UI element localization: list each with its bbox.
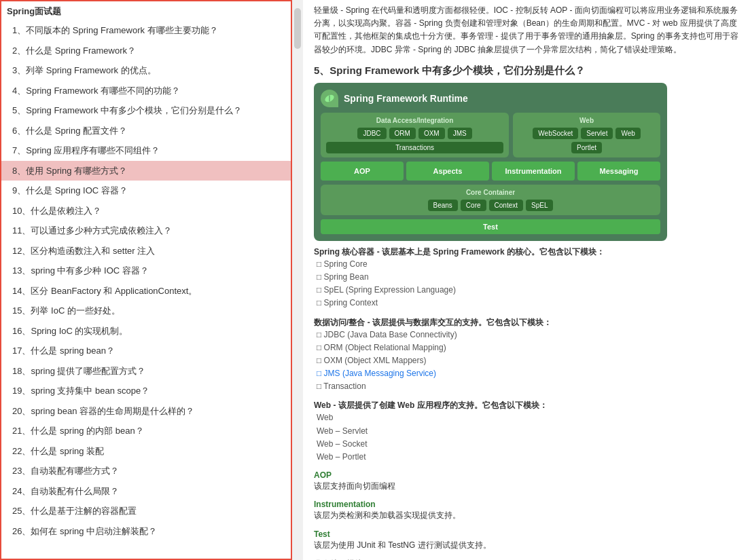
core-container-title: Core Container: [326, 189, 655, 196]
aop-cell: AOP: [321, 162, 404, 181]
sidebar-title: Spring面试题: [1, 1, 291, 20]
aop-text: 该层支持面向切面编程: [314, 480, 739, 493]
web-desc-section: Web - 该层提供了创建 Web 应用程序的支持。它包含以下模块： WebWe…: [314, 400, 739, 464]
data-access-desc-section: 数据访问/整合 - 该层提供与数据库交互的支持。它包含以下模块： □ JDBC …: [314, 317, 739, 394]
spring-core-item: □ Spring Context: [314, 297, 739, 310]
data-access-items: □ JDBC (Java Data Base Connectivity)□ OR…: [314, 329, 739, 394]
web-item: Web – Portlet: [314, 451, 739, 464]
sidebar-item-21[interactable]: 21、什么是 spring 的内部 bean？: [1, 421, 291, 441]
sidebar-item-7[interactable]: 7、Spring 应用程序有哪些不同组件？: [1, 141, 291, 161]
core-cell: Core: [461, 200, 486, 211]
scroll-thumb[interactable]: [294, 8, 301, 49]
core-cells: Beans Core Context SpEL: [326, 200, 655, 211]
web-cell: Web: [615, 128, 640, 139]
sidebar-item-2[interactable]: 2、什么是 Spring Framework？: [1, 41, 291, 61]
spring-core-item: □ SpEL (Spring Expression Language): [314, 284, 739, 297]
spring-core-item: □ Spring Core: [314, 258, 739, 271]
test-text: 该层为使用 JUnit 和 TestNG 进行测试提供支持。: [314, 539, 739, 552]
data-access-item: □ ORM (Object Relational Mapping): [314, 341, 739, 354]
web-items: WebWeb – ServletWeb – SocketWeb – Portle…: [314, 411, 739, 464]
sidebar-items-container: 1、不同版本的 Spring Framework 有哪些主要功能？2、什么是 S…: [1, 20, 291, 541]
sidebar-item-26[interactable]: 26、如何在 spring 中启动注解装配？: [1, 521, 291, 542]
web-item: Web: [314, 411, 739, 424]
web-item: Web – Socket: [314, 438, 739, 451]
portlet-cell: Portlet: [571, 142, 602, 153]
test-heading: Test: [314, 529, 739, 539]
data-access-title: Data Access/Integration: [326, 117, 503, 124]
spring-leaf-icon: [321, 90, 338, 107]
sidebar-item-18[interactable]: 18、spring 提供了哪些配置方式？: [1, 361, 291, 381]
sidebar-item-8[interactable]: 8、使用 Spring 有哪些方式？: [1, 161, 291, 181]
instrumentation-heading: Instrumentation: [314, 500, 739, 509]
sidebar-item-4[interactable]: 4、Spring Framework 有哪些不同的功能？: [1, 81, 291, 101]
data-access-section: Data Access/Integration JDBC ORM OXM JMS…: [321, 113, 509, 157]
sidebar-item-20[interactable]: 20、spring bean 容器的生命周期是什么样的？: [1, 401, 291, 422]
messaging-cell: Messaging: [577, 162, 660, 181]
orm-cell: ORM: [389, 128, 416, 139]
jms-cell: JMS: [448, 128, 472, 139]
spel-cell: SpEL: [526, 200, 553, 211]
sidebar-item-24[interactable]: 24、自动装配有什么局限？: [1, 481, 291, 502]
aop-heading: AOP: [314, 470, 739, 480]
section5-heading: 5、Spring Framework 中有多少个模块，它们分别是什么？: [314, 64, 739, 77]
sidebar-item-23[interactable]: 23、自动装配有哪些方式？: [1, 461, 291, 481]
sidebar: Spring面试题 1、不同版本的 Spring Framework 有哪些主要…: [0, 0, 292, 560]
sidebar-item-25[interactable]: 25、什么是基于注解的容器配置: [1, 501, 291, 521]
sidebar-item-22[interactable]: 22、什么是 spring 装配: [1, 441, 291, 462]
spring-core-item: □ Spring Bean: [314, 271, 739, 284]
data-access-item: □ Transaction: [314, 380, 739, 393]
sidebar-item-6[interactable]: 6、什么是 Spring 配置文件？: [1, 121, 291, 141]
sidebar-item-19[interactable]: 19、spring 支持集中 bean scope？: [1, 381, 291, 401]
top-paragraph: 轻量级 - Spring 在代码量和透明度方面都很轻便。IOC - 控制反转 A…: [314, 4, 739, 56]
oxm-cell: OXM: [418, 128, 445, 139]
instrumentation-desc-section: Instrumentation 该层为类检测和类加载器实现提供支持。: [314, 500, 739, 522]
sidebar-item-14[interactable]: 14、区分 BeanFactory 和 ApplicationContext。: [1, 281, 291, 301]
web-section: Web WebSocket Servlet Web Portlet: [513, 113, 660, 157]
web-desc-heading: Web - 该层提供了创建 Web 应用程序的支持。它包含以下模块：: [314, 400, 739, 411]
sidebar-item-5[interactable]: 5、Spring Framework 中有多少个模块，它们分别是什么？: [1, 100, 291, 121]
web-item: Web – Servlet: [314, 425, 739, 438]
sidebar-item-9[interactable]: 9、什么是 Spring IOC 容器？: [1, 181, 291, 201]
sidebar-item-10[interactable]: 10、什么是依赖注入？: [1, 201, 291, 221]
sidebar-item-3[interactable]: 3、列举 Spring Framework 的优点。: [1, 60, 291, 81]
data-access-web-row: Data Access/Integration JDBC ORM OXM JMS…: [321, 113, 660, 157]
spring-core-heading: Spring 核心容器 - 该层基本上是 Spring Framework 的核…: [314, 246, 739, 258]
jdbc-cell: JDBC: [357, 128, 386, 139]
sidebar-item-13[interactable]: 13、spring 中有多少种 IOC 容器？: [1, 261, 291, 281]
aop-row: AOP Aspects Instrumentation Messaging: [321, 162, 660, 181]
beans-cell: Beans: [428, 200, 458, 211]
data-access-item: □ OXM (Object XML Mappers): [314, 354, 739, 367]
servlet-cell: Servlet: [581, 128, 613, 139]
websocket-cell: WebSocket: [533, 128, 578, 139]
data-access-item: □ JDBC (Java Data Base Connectivity): [314, 329, 739, 341]
aspects-cell: Aspects: [406, 162, 489, 181]
web-cells: WebSocket Servlet Web Portlet: [518, 128, 655, 153]
core-container-section: Core Container Beans Core Context SpEL: [321, 185, 660, 215]
aop-desc-section: AOP 该层支持面向切面编程: [314, 470, 739, 493]
center-scrollbar[interactable]: [292, 0, 303, 560]
sidebar-item-12[interactable]: 12、区分构造函数注入和 setter 注入: [1, 241, 291, 261]
sidebar-item-11[interactable]: 11、可以通过多少种方式完成依赖注入？: [1, 221, 291, 241]
spring-core-items: □ Spring Core□ Spring Bean□ SpEL (Spring…: [314, 258, 739, 310]
transactions-cell: Transactions: [326, 142, 503, 153]
sidebar-item-1[interactable]: 1、不同版本的 Spring Framework 有哪些主要功能？: [1, 20, 291, 41]
spring-framework-diagram: Spring Framework Runtime Data Access/Int…: [314, 83, 667, 241]
web-title: Web: [518, 117, 655, 124]
content-area: 轻量级 - Spring 在代码量和透明度方面都很轻便。IOC - 控制反转 A…: [303, 0, 750, 560]
test-desc-section: Test 该层为使用 JUnit 和 TestNG 进行测试提供支持。: [314, 529, 739, 552]
spring-core-section: Spring 核心容器 - 该层基本上是 Spring Framework 的核…: [314, 246, 739, 310]
diagram-title-row: Spring Framework Runtime: [321, 90, 660, 107]
instrumentation-cell: Instrumentation: [492, 162, 575, 181]
sidebar-item-16[interactable]: 16、Spring IoC 的实现机制。: [1, 321, 291, 341]
test-bar: Test: [321, 219, 660, 234]
context-cell: Context: [489, 200, 523, 211]
diagram-title: Spring Framework Runtime: [344, 93, 468, 104]
sidebar-item-15[interactable]: 15、列举 IoC 的一些好处。: [1, 301, 291, 321]
sidebar-item-17[interactable]: 17、什么是 spring bean？: [1, 341, 291, 361]
data-access-cells: JDBC ORM OXM JMS Transactions: [326, 128, 503, 153]
data-access-item: □ JMS (Java Messaging Service): [314, 367, 739, 380]
data-access-desc-heading: 数据访问/整合 - 该层提供与数据库交互的支持。它包含以下模块：: [314, 317, 739, 329]
instrumentation-text: 该层为类检测和类加载器实现提供支持。: [314, 509, 739, 522]
